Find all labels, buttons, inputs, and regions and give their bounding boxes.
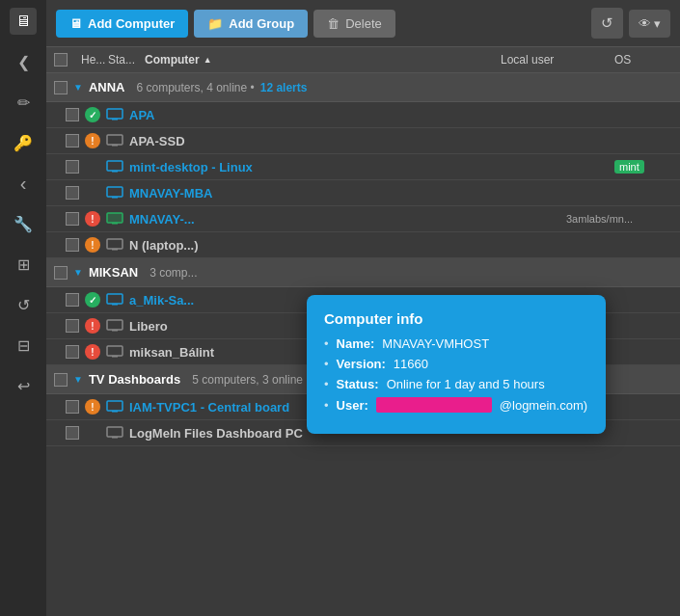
miksan-checkbox[interactable] [54,266,68,280]
anna-group-name: ANNA [89,80,125,94]
tooltip-title: Computer info [324,310,588,327]
toolbar: 🖥 Add Computer 📁 Add Group 🗑 Delete ↺ 👁 … [46,0,680,47]
header-os-col: OS [614,53,672,67]
anna-expand-icon[interactable]: ▼ [73,82,83,93]
mnavay-mba-monitor-icon [106,186,123,200]
svg-rect-20 [112,411,118,413]
mnavay-mba-checkbox[interactable] [66,186,79,200]
tooltip-status-label: Status: [337,377,379,391]
sidebar-refresh-icon[interactable]: ↺ [10,291,37,318]
computer-row-apa: ✓ APA [46,102,680,128]
header-computer-col[interactable]: Computer ▲ [145,53,493,67]
group-icon: 📁 [207,16,223,31]
group-row-anna: ▼ ANNA 6 computers, 4 online • 12 alerts [46,73,680,102]
anna-group-info: 6 computers, 4 online • [136,81,254,94]
libero-monitor-icon [106,319,123,333]
view-button[interactable]: 👁 ▾ [629,10,670,38]
add-computer-label: Add Computer [88,16,175,31]
computer-row-mnavay-mba: MNAVAY-MBA [46,180,680,206]
computer-row-mnavay: ! MNAVAY-... 3amlabs/mn... [46,206,680,232]
n-laptop-name[interactable]: N (laptop...) [129,238,672,253]
tooltip-user-redacted [376,397,492,413]
header-he-label: He... [81,53,105,67]
tooltip-user-suffix: @logmein.com) [500,398,587,413]
sidebar-wrench-icon[interactable]: 🔧 [10,210,37,237]
sidebar-grid-icon[interactable]: ⊞ [10,251,37,278]
tooltip-name-label: Name: [337,336,375,351]
svg-rect-13 [107,294,122,304]
n-laptop-checkbox[interactable] [66,238,79,252]
tooltip-status-val: Online for 1 day and 5 hours [387,377,545,391]
svg-rect-0 [107,109,122,119]
iam-tvpc1-monitor-icon [106,400,123,414]
logmein-files-checkbox[interactable] [66,426,79,440]
apa-ssd-checkbox[interactable] [66,134,79,147]
mnavay-mba-name[interactable]: MNAVAY-MBA [129,186,497,201]
trash-icon: 🗑 [327,16,340,31]
svg-rect-15 [107,320,122,330]
apa-ssd-monitor-icon [106,134,123,147]
sort-arrow-icon: ▲ [204,55,212,65]
sidebar-computer-icon[interactable]: 🖥 [10,8,37,35]
tv-dashboards-expand-icon[interactable]: ▼ [73,374,83,385]
sidebar-pencil-icon[interactable]: ✏ [10,89,37,116]
mint-checkbox[interactable] [66,160,79,174]
sidebar-windows-icon[interactable]: ⊟ [10,332,37,359]
svg-rect-19 [107,401,122,411]
apa-ssd-computer-name[interactable]: APA-SSD [129,134,497,148]
svg-rect-21 [107,427,122,437]
svg-rect-11 [107,239,122,249]
miksan-expand-icon[interactable]: ▼ [73,267,83,278]
tv-dashboards-group-name: TV Dashboards [89,372,180,387]
miksan-balint-checkbox[interactable] [66,345,79,359]
tooltip-bullet-1: • [324,336,329,351]
apa-computer-name[interactable]: APA [129,108,497,122]
header-localuser-label: Local user [501,53,554,67]
svg-rect-16 [112,330,118,332]
tooltip-bullet-3: • [324,377,329,391]
sidebar-key-icon[interactable]: 🔑 [10,129,37,156]
libero-checkbox[interactable] [66,319,79,333]
computer-row-mint-desktop: mint-desktop - Linux mint [46,154,680,180]
main-panel: 🖥 Add Computer 📁 Add Group 🗑 Delete ↺ 👁 … [46,0,680,616]
svg-rect-2 [107,135,122,145]
miksan-balint-monitor-icon [106,345,123,359]
mnavay-checkbox[interactable] [66,212,79,226]
a-mik-sa-checkbox[interactable] [66,293,79,307]
sidebar-arrow-icon[interactable]: ❮ [10,48,37,75]
apa-status-icon: ✓ [85,107,100,122]
n-laptop-status-icon: ! [85,237,100,253]
apa-checkbox[interactable] [66,108,79,121]
svg-rect-12 [112,249,118,251]
header-computer-label: Computer [145,53,200,67]
tv-dashboards-checkbox[interactable] [54,373,68,387]
mint-os-badge: mint [614,160,644,174]
eye-icon: 👁 [639,16,651,31]
n-laptop-monitor-icon [106,238,123,252]
anna-group-alerts: 12 alerts [260,81,308,94]
add-computer-button[interactable]: 🖥 Add Computer [56,10,188,38]
mnavay-mba-status-icon [85,185,100,201]
apa-ssd-status-icon: ! [85,133,100,148]
computer-row-n-laptop: ! N (laptop...) [46,232,680,258]
select-all-checkbox[interactable] [54,53,68,67]
a-mik-sa-status-icon: ✓ [85,292,100,308]
mint-computer-name[interactable]: mint-desktop - Linux [129,160,497,174]
sidebar-chevron-icon[interactable]: ‹ [10,170,37,197]
anna-checkbox[interactable] [54,81,68,94]
svg-rect-9 [107,213,122,223]
sidebar: 🖥 ❮ ✏ 🔑 ‹ 🔧 ⊞ ↺ ⊟ ↩ [0,0,46,616]
delete-button[interactable]: 🗑 Delete [313,10,395,38]
iam-tvpc1-checkbox[interactable] [66,400,79,414]
tooltip-version-label: Version: [337,357,386,371]
mint-os: mint [614,160,672,174]
computer-row-apa-ssd: ! APA-SSD [46,128,680,154]
libero-status-icon: ! [85,318,100,334]
header-checkbox[interactable] [54,53,73,67]
svg-rect-22 [112,437,118,439]
sidebar-back-icon[interactable]: ↩ [10,372,37,399]
mnavay-name[interactable]: MNAVAY-... [129,212,560,227]
logmein-files-status-icon [85,425,100,441]
add-group-button[interactable]: 📁 Add Group [194,10,308,38]
refresh-button[interactable]: ↺ [591,8,623,39]
